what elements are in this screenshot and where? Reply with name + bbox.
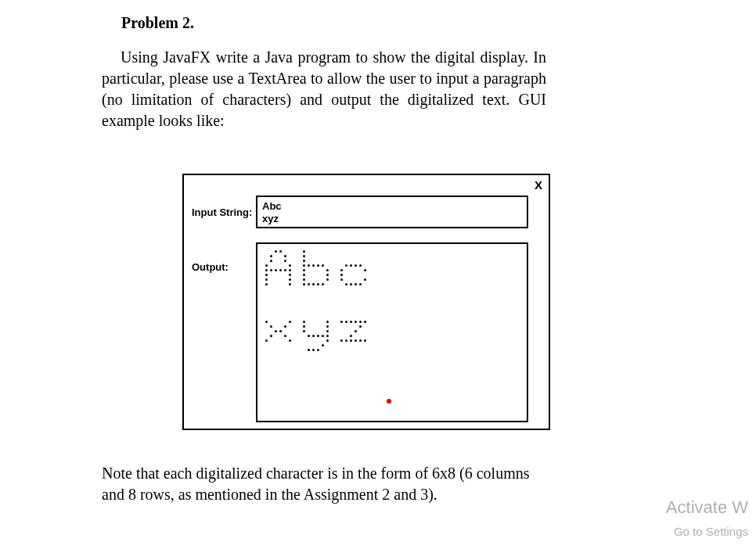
glyph-dot <box>340 339 343 342</box>
glyph-dot <box>303 255 305 257</box>
glyph-dot <box>345 283 347 285</box>
glyph-dot <box>265 264 268 267</box>
glyph-dot <box>303 321 305 323</box>
glyph-dot <box>289 278 291 281</box>
glyph-dot <box>326 278 329 281</box>
glyph-dot <box>270 325 272 328</box>
glyph-dot <box>326 330 329 332</box>
close-icon[interactable]: X <box>535 178 542 192</box>
glyph-dot <box>303 269 305 271</box>
glyph-dot <box>289 274 291 276</box>
glyph-dot <box>303 278 305 281</box>
glyph-dot <box>265 278 268 281</box>
windows-activation-watermark-line2: Go to Settings <box>674 525 748 538</box>
glyph-dot <box>303 264 305 267</box>
glyph-dot <box>275 330 277 332</box>
glyph-dot <box>265 274 268 276</box>
glyph-dot <box>326 325 329 328</box>
glyph-dot <box>355 283 357 285</box>
paragraph-text: Using JavaFX write a Java program to sho… <box>102 48 546 129</box>
glyph-dot <box>345 321 347 323</box>
glyph-dot <box>308 264 310 267</box>
glyph-dot <box>284 269 286 271</box>
glyph-dot <box>322 335 324 337</box>
glyph-dot <box>350 264 352 267</box>
glyph-dot <box>350 283 352 285</box>
glyph-dot <box>284 260 286 262</box>
glyph-dot <box>326 335 329 337</box>
glyph-dot <box>355 264 357 267</box>
glyph-dot <box>312 283 315 285</box>
glyph-dot <box>270 269 272 271</box>
glyph-dot <box>265 283 268 285</box>
glyph-dot <box>312 349 315 351</box>
glyph-dot <box>340 321 343 323</box>
glyph-dot <box>265 321 268 323</box>
gui-window: X Input String: Abc xyz Output: <box>182 174 550 430</box>
glyph-dot <box>279 269 282 271</box>
glyph-dot <box>345 264 347 267</box>
problem-paragraph: Using JavaFX write a Java program to sho… <box>102 47 546 131</box>
glyph-dot <box>275 250 277 253</box>
problem-heading: Problem 2. <box>121 14 194 32</box>
glyph-dot <box>345 339 347 342</box>
glyph-dot <box>275 269 277 271</box>
glyph-dot <box>322 264 324 267</box>
glyph-dot <box>350 335 352 337</box>
glyph-dot <box>303 260 305 262</box>
glyph-dot <box>317 335 319 337</box>
glyph-dot <box>355 339 357 342</box>
glyph-dot <box>284 255 286 257</box>
glyph-dot <box>303 330 305 332</box>
glyph-dot <box>364 278 366 281</box>
input-textarea[interactable]: Abc xyz <box>256 196 528 228</box>
note-paragraph: Note that each digitalized character is … <box>102 463 546 505</box>
output-textarea[interactable] <box>256 242 528 422</box>
digital-display <box>265 250 516 414</box>
glyph-dot <box>289 339 291 342</box>
glyph-dot <box>359 321 362 323</box>
glyph-dot <box>317 264 319 267</box>
glyph-dot <box>359 283 362 285</box>
glyph-dot <box>284 325 286 328</box>
glyph-dot <box>350 321 352 323</box>
cursor-dot <box>387 399 391 404</box>
glyph-dot <box>289 321 291 323</box>
glyph-dot <box>308 349 310 351</box>
glyph-dot <box>303 274 305 276</box>
glyph-dot <box>355 330 357 332</box>
glyph-dot <box>326 274 329 276</box>
glyph-dot <box>359 339 362 342</box>
glyph-dot <box>322 344 324 346</box>
glyph-dot <box>355 321 357 323</box>
glyph-dot <box>317 349 319 351</box>
glyph-dot <box>317 283 319 285</box>
glyph-dot <box>326 339 329 342</box>
glyph-dot <box>322 283 324 285</box>
glyph-dot <box>279 250 282 253</box>
glyph-dot <box>270 260 272 262</box>
glyph-dot <box>359 264 362 267</box>
glyph-dot <box>364 339 366 342</box>
glyph-dot <box>364 321 366 323</box>
glyph-dot <box>308 283 310 285</box>
glyph-dot <box>270 335 272 337</box>
glyph-dot <box>303 283 305 285</box>
input-label: Input String: <box>192 206 252 218</box>
glyph-dot <box>289 264 291 267</box>
glyph-dot <box>340 269 343 271</box>
glyph-dot <box>312 264 315 267</box>
glyph-dot <box>340 274 343 276</box>
glyph-dot <box>265 269 268 271</box>
glyph-dot <box>326 321 329 323</box>
glyph-dot <box>340 278 343 281</box>
glyph-dot <box>265 339 268 342</box>
glyph-dot <box>350 339 352 342</box>
glyph-dot <box>364 269 366 271</box>
glyph-dot <box>303 325 305 328</box>
glyph-dot <box>312 335 315 337</box>
output-label: Output: <box>192 261 229 273</box>
glyph-dot <box>289 283 291 285</box>
glyph-dot <box>308 335 310 337</box>
glyph-dot <box>279 330 282 332</box>
